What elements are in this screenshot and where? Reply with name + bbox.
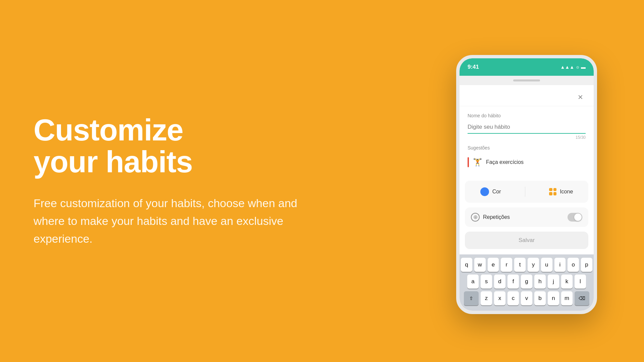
key-k[interactable]: k: [561, 275, 573, 289]
key-t[interactable]: t: [514, 258, 526, 272]
save-btn-area: Salvar: [465, 232, 588, 249]
key-x[interactable]: x: [494, 291, 505, 305]
options-divider: [525, 187, 525, 197]
key-h[interactable]: h: [534, 275, 546, 289]
key-o[interactable]: o: [568, 258, 579, 272]
suggestion-bar: [468, 157, 469, 167]
key-b[interactable]: b: [534, 291, 546, 305]
phone: 9:41 ▲▲▲ ⌾ ▬ ✕ Nome do hábito: [456, 55, 597, 314]
icon-option[interactable]: Icone: [549, 188, 573, 195]
toggle-knob: [574, 214, 582, 221]
icon-cell-4: [553, 192, 557, 195]
key-i[interactable]: i: [554, 258, 566, 272]
repetitions-row: ⊕ Repetições: [465, 207, 588, 227]
key-s[interactable]: s: [481, 275, 492, 289]
suggestion-text: Faça exercícios: [486, 159, 524, 165]
field-label: Nome do hábito: [468, 113, 586, 118]
icon-cell-2: [553, 188, 557, 191]
key-l[interactable]: l: [575, 275, 586, 289]
key-d[interactable]: d: [494, 275, 505, 289]
icon-cell-3: [549, 192, 552, 195]
suggestions-label: Sugestões: [468, 145, 586, 150]
char-count: 15/30: [468, 135, 586, 140]
key-y[interactable]: y: [528, 258, 539, 272]
exercise-icon: 🏋: [473, 158, 482, 167]
key-c[interactable]: c: [507, 291, 519, 305]
rep-icon: ⊕: [471, 213, 480, 222]
color-label: Cor: [492, 189, 501, 195]
status-time: 9:41: [468, 64, 479, 70]
key-z[interactable]: z: [481, 291, 492, 305]
key-u[interactable]: u: [541, 258, 552, 272]
status-icons: ▲▲▲ ⌾ ▬: [560, 64, 586, 70]
wifi-icon: ⌾: [576, 64, 579, 70]
close-button[interactable]: ✕: [575, 92, 586, 103]
icon-label: Icone: [560, 189, 573, 195]
app-header: ✕: [460, 85, 594, 106]
suggestion-item[interactable]: 🏋 Faça exercícios: [468, 154, 586, 171]
habit-name-input[interactable]: [468, 121, 586, 134]
main-heading: Customize your habits: [34, 114, 429, 178]
key-r[interactable]: r: [501, 258, 512, 272]
notch-bar: [513, 79, 540, 81]
key-backspace[interactable]: ⌫: [575, 291, 589, 305]
key-n[interactable]: n: [548, 291, 559, 305]
keyboard: q w e r t y u i o p a s d: [460, 254, 594, 311]
signal-icon: ▲▲▲: [560, 64, 574, 70]
key-j[interactable]: j: [548, 275, 559, 289]
key-m[interactable]: m: [561, 291, 573, 305]
keyboard-row-2: a s d f g h j k l: [461, 275, 592, 289]
rep-label: Repetições: [483, 214, 510, 220]
color-option[interactable]: Cor: [480, 187, 501, 196]
key-shift[interactable]: ⇧: [464, 291, 479, 305]
key-g[interactable]: g: [521, 275, 532, 289]
page-wrapper: Customize your habits Free customization…: [0, 0, 644, 362]
status-bar: 9:41 ▲▲▲ ⌾ ▬: [460, 58, 594, 76]
repetitions-toggle[interactable]: [568, 213, 582, 222]
save-button[interactable]: Salvar: [465, 232, 588, 249]
keyboard-row-3: ⇧ z x c v b n m ⌫: [461, 291, 592, 305]
sub-text: Free customization of your habits, choos…: [34, 194, 309, 247]
key-f[interactable]: f: [507, 275, 519, 289]
key-a[interactable]: a: [467, 275, 479, 289]
form-section: Nome do hábito 15/30 Sugestões 🏋 Faça ex…: [460, 106, 594, 174]
notch-area: [460, 76, 594, 85]
app-content: ✕ Nome do hábito 15/30 Sugestões 🏋 Faça …: [460, 85, 594, 311]
key-e[interactable]: e: [488, 258, 499, 272]
key-w[interactable]: w: [474, 258, 486, 272]
battery-icon: ▬: [581, 64, 586, 70]
left-content: Customize your habits Free customization…: [0, 87, 456, 274]
rep-left: ⊕ Repetições: [471, 213, 510, 222]
phone-wrapper: 9:41 ▲▲▲ ⌾ ▬ ✕ Nome do hábito: [456, 55, 604, 314]
keyboard-row-1: q w e r t y u i o p: [461, 258, 592, 272]
key-p[interactable]: p: [581, 258, 592, 272]
icon-grid: [549, 188, 556, 195]
key-q[interactable]: q: [461, 258, 472, 272]
color-dot: [480, 187, 489, 196]
icon-cell-1: [549, 188, 552, 191]
options-row: Cor Icone: [465, 181, 588, 203]
key-v[interactable]: v: [521, 291, 532, 305]
